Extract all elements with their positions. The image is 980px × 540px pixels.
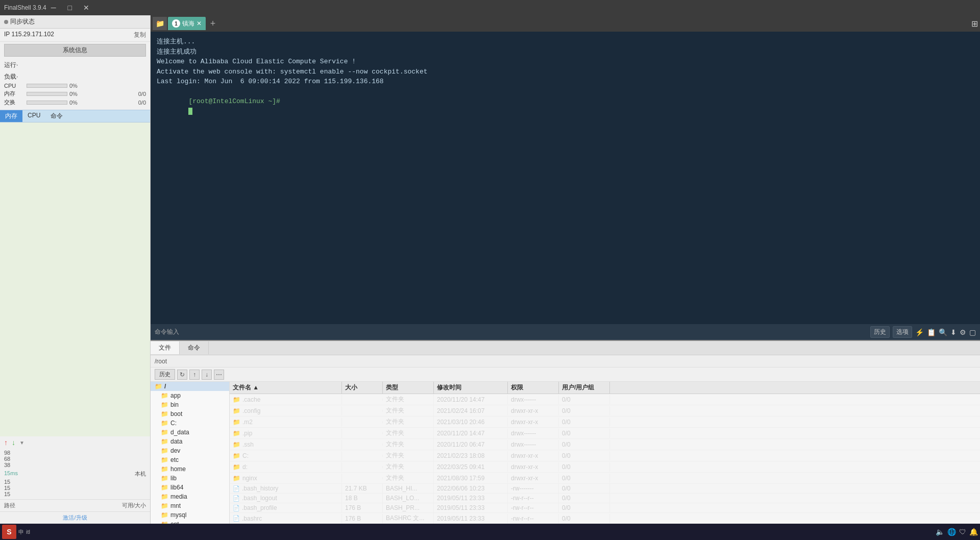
upgrade-button[interactable]: 激活/升级: [0, 511, 150, 524]
tree-item-mnt[interactable]: 📁 mnt: [157, 501, 229, 510]
sidebar-content: [0, 122, 150, 436]
taskbar-sound-icon[interactable]: 🔈: [936, 528, 944, 536]
tree-item-media[interactable]: 📁 media: [157, 492, 229, 501]
file-type-cell: 文件夹: [383, 461, 434, 472]
term-line-2: 连接主机成功: [157, 47, 974, 57]
minimize-button[interactable]: ─: [46, 1, 61, 15]
tab-cpu[interactable]: CPU: [22, 110, 45, 122]
tree-label: app: [170, 392, 181, 399]
table-row[interactable]: 📁 .cache 文件夹 2020/11/20 14:47 drwx------…: [230, 394, 980, 405]
table-row[interactable]: 📁 .config 文件夹 2021/02/24 16:07 drwxr-xr-…: [230, 405, 980, 416]
table-row[interactable]: 📁 .ssh 文件夹 2020/11/20 06:47 drwx------ 0…: [230, 439, 980, 450]
tree-item-bin[interactable]: 📁 bin: [157, 400, 229, 409]
tree-item-etc[interactable]: 📁 etc: [157, 455, 229, 464]
table-row[interactable]: 📄 .bash_logout 18 B BASH_LO... 2019/05/1…: [230, 494, 980, 503]
terminal-area[interactable]: 连接主机... 连接主机成功 Welcome to Alibaba Cloud …: [151, 32, 980, 324]
tab-command[interactable]: 命令: [45, 110, 68, 122]
tree-item-lib64[interactable]: 📁 lib64: [157, 483, 229, 492]
table-row[interactable]: 📁 d: 文件夹 2022/03/25 09:41 drwxr-xr-x 0/0: [230, 461, 980, 473]
table-row[interactable]: 📄 .bash_profile 176 B BASH_PR... 2019/05…: [230, 503, 980, 513]
col-perm[interactable]: 权限: [508, 382, 559, 394]
history-button[interactable]: 历史: [870, 326, 890, 338]
download-icon[interactable]: ⬇: [950, 328, 957, 336]
folder-icon: 📁: [161, 456, 168, 463]
tree-item-home[interactable]: 📁 home: [157, 464, 229, 474]
file-name-cell: 📁 .ssh: [230, 440, 342, 449]
table-row[interactable]: 📄 .bashrc 176 B BASHRC 文... 2019/05/11 2…: [230, 513, 980, 524]
file-size-cell: 18 B: [342, 494, 383, 503]
fm-download-icon[interactable]: ↓: [202, 370, 212, 380]
file-name-cell: 📄 .bash_logout: [230, 494, 342, 503]
tree-item-c[interactable]: 📁 C:: [157, 419, 229, 428]
tree-item-ddata[interactable]: 📁 d_data: [157, 428, 229, 437]
folder-icon: 📁: [161, 410, 168, 418]
window-icon[interactable]: ▢: [969, 328, 976, 336]
col-filename[interactable]: 文件名 ▲: [230, 382, 342, 394]
col-date[interactable]: 修改时间: [434, 382, 508, 394]
cmd-input-field[interactable]: [183, 329, 870, 336]
tree-item-root[interactable]: 📁 /: [151, 382, 229, 391]
close-button[interactable]: ✕: [79, 1, 93, 15]
clipboard-icon[interactable]: 📋: [927, 328, 936, 336]
folder-icon: 📁: [161, 465, 168, 473]
tree-label: mnt: [170, 502, 181, 509]
table-row[interactable]: 📁 C: 文件夹 2021/02/23 18:08 drwxr-xr-x 0/0: [230, 450, 980, 461]
taskbar-network-icon[interactable]: 🌐: [947, 528, 956, 536]
fm-path-bar: /root: [151, 355, 980, 367]
table-row[interactable]: 📁 .m2 文件夹 2021/03/10 20:46 drwxr-xr-x 0/…: [230, 416, 980, 428]
col-size[interactable]: 大小: [342, 382, 383, 394]
tree-label: C:: [170, 420, 177, 427]
table-row[interactable]: 📄 .bash_history 21.7 KB BASH_HI... 2022/…: [230, 484, 980, 494]
file-icon: 📄: [233, 505, 240, 511]
tree-item-data[interactable]: 📁 data: [157, 437, 229, 446]
taskbar-shield-icon[interactable]: 🛡: [959, 528, 966, 536]
file-date-cell: 2019/05/11 23:33: [434, 494, 508, 503]
tree-item-app[interactable]: 📁 app: [157, 391, 229, 400]
col-type[interactable]: 类型: [383, 382, 434, 394]
right-panel: 📁 1 镇海 ✕ + ⊞ 连接主机... 连接主机成功 Welcome to A…: [151, 15, 980, 524]
settings-icon[interactable]: ⚙: [960, 328, 966, 336]
tree-item-dev[interactable]: 📁 dev: [157, 446, 229, 455]
lightning-icon[interactable]: ⚡: [915, 328, 924, 336]
session-tab[interactable]: 1 镇海 ✕: [168, 17, 206, 30]
fm-tab-commands[interactable]: 命令: [180, 341, 209, 354]
sync-status: 同步状态: [4, 17, 35, 26]
table-row[interactable]: 📁 nginx 文件夹 2021/08/30 17:59 drwxr-xr-x …: [230, 473, 980, 484]
tab-bar-right: ⊞: [971, 19, 978, 29]
option-button[interactable]: 选项: [893, 326, 912, 338]
fm-more-icon[interactable]: ⋯: [214, 370, 224, 380]
tree-item-boot[interactable]: 📁 boot: [157, 409, 229, 419]
file-date-cell: 2020/11/20 06:47: [434, 440, 508, 449]
table-row[interactable]: 📁 .pip 文件夹 2020/11/20 14:47 drwx------ 0…: [230, 428, 980, 439]
add-tab-button[interactable]: +: [207, 17, 219, 30]
file-type-cell: 文件夹: [383, 473, 434, 483]
grid-layout-icon[interactable]: ⊞: [971, 19, 978, 29]
tree-item-opt[interactable]: 📁 opt: [157, 520, 229, 524]
tree-item-lib[interactable]: 📁 lib: [157, 474, 229, 483]
maximize-button[interactable]: □: [63, 1, 77, 15]
search-icon[interactable]: 🔍: [939, 328, 947, 336]
tree-item-mysql[interactable]: 📁 mysql: [157, 510, 229, 520]
fm-tab-files[interactable]: 文件: [151, 341, 180, 354]
sysinfo-button[interactable]: 系统信息: [4, 44, 146, 57]
file-name-cell: 📁 .config: [230, 406, 342, 415]
col-user[interactable]: 用户/用户组: [559, 382, 610, 394]
term-cursor: [188, 108, 192, 115]
file-user-cell: 0/0: [559, 429, 610, 438]
fm-history-button[interactable]: 历史: [155, 369, 175, 380]
running-label: 运行·: [0, 59, 150, 70]
copy-button[interactable]: 复制: [134, 31, 146, 39]
fm-header: 文件名 ▲ 大小 类型 修改时间 权限 用户/用户组: [230, 382, 980, 394]
fm-refresh-icon[interactable]: ↻: [177, 370, 187, 380]
taskbar-notify-icon[interactable]: 🔔: [969, 528, 978, 536]
folder-icon-button[interactable]: 📁: [153, 17, 167, 30]
file-manager: 文件 命令 /root 历史 ↻ ↑ ↓ ⋯ 📁 /: [151, 340, 980, 524]
file-perm-cell: drwxr-xr-x: [508, 474, 559, 483]
file-size-cell: [342, 455, 383, 457]
latency-val-2: 15: [4, 485, 146, 491]
tab-memory[interactable]: 内存: [0, 110, 22, 122]
file-type-cell: 文件夹: [383, 428, 434, 438]
fm-upload-icon[interactable]: ↑: [189, 370, 200, 380]
tab-close-icon[interactable]: ✕: [197, 20, 202, 27]
app-taskbar-icon[interactable]: S: [2, 525, 16, 539]
